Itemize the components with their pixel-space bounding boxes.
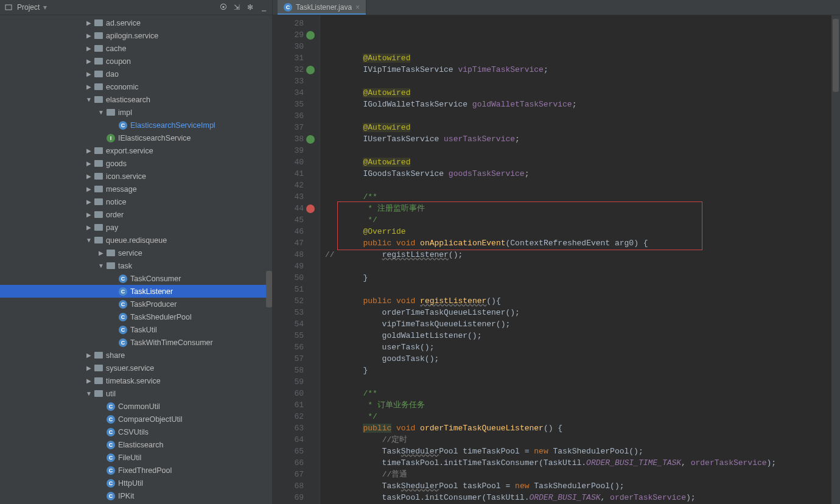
project-tree[interactable]: ▶ad.service▶apilogin.service▶cache▶coupo… (0, 15, 273, 504)
code-line[interactable]: TaskShedulerPool taskPool = new TaskShed… (325, 480, 831, 492)
tree-item-service[interactable]: ▶service (0, 247, 272, 259)
code-editor[interactable]: 2829303132333435363738394041424344454647… (273, 15, 840, 504)
code-line[interactable]: } (325, 365, 831, 376)
code-line[interactable] (325, 75, 831, 87)
code-line[interactable]: @Override (325, 226, 831, 237)
tree-item-fileutil[interactable]: CFileUtil (0, 451, 272, 464)
chevron-right-icon[interactable]: ▶ (85, 186, 93, 193)
view-mode-dropdown[interactable]: ▾ (43, 3, 51, 12)
chevron-right-icon[interactable]: ▶ (85, 224, 93, 231)
locate-icon[interactable]: ⦿ (219, 2, 228, 12)
tree-item-share[interactable]: ▶share (0, 349, 272, 362)
tree-item-util[interactable]: ▼util (0, 387, 272, 400)
chevron-right-icon[interactable]: ▶ (85, 32, 93, 40)
tree-item-sysuer-service[interactable]: ▶sysuer.service (0, 362, 272, 374)
code-line[interactable]: * 订单业务任务 (325, 399, 831, 411)
implements-icon[interactable] (306, 66, 315, 74)
code-line[interactable]: IGoldWalletTaskService goldWalletTaskSer… (325, 99, 831, 110)
tree-item-ipkit[interactable]: CIPKit (0, 489, 272, 502)
tree-item-commonutil[interactable]: CCommonUtil (0, 400, 272, 413)
chevron-right-icon[interactable]: ▶ (85, 45, 93, 52)
code-line[interactable] (325, 180, 831, 191)
tree-item-timetask-service[interactable]: ▶timetask.service (0, 374, 272, 387)
tree-item-httputil[interactable]: CHttpUtil (0, 477, 272, 489)
code-area[interactable]: @Autowired IVipTimeTaskService vipTimeTa… (320, 15, 831, 504)
code-line[interactable]: public void registListener(){ (325, 295, 831, 307)
chevron-right-icon[interactable]: ▶ (85, 377, 93, 385)
chevron-right-icon[interactable]: ▶ (85, 147, 93, 155)
close-icon[interactable]: × (355, 3, 360, 12)
chevron-right-icon[interactable]: ▶ (85, 198, 93, 206)
tree-item-queue-redisqueue[interactable]: ▼queue.redisqueue (0, 234, 272, 247)
tree-item-taskwithtimeconsumer[interactable]: CTaskWithTimeConsumer (0, 336, 272, 349)
code-line[interactable]: */ (325, 411, 831, 422)
tab-tasklistener[interactable]: C TaskListener.java × (278, 0, 366, 15)
tree-item-taskutil[interactable]: CTaskUtil (0, 323, 272, 336)
code-line[interactable]: @Autowired (325, 52, 831, 64)
tree-item-elasticsearch[interactable]: ▼elasticsearch (0, 93, 272, 106)
code-line[interactable]: goldWalletListener(); (325, 330, 831, 341)
collapse-all-icon[interactable]: ⇲ (232, 2, 242, 12)
tree-item-icon-service[interactable]: ▶icon.service (0, 170, 272, 183)
code-line[interactable]: vipTimeTaskQueueListener(); (325, 318, 831, 330)
code-line[interactable]: } (325, 272, 831, 284)
settings-icon[interactable]: ✻ (245, 2, 255, 12)
tree-item-dao[interactable]: ▶dao (0, 68, 272, 80)
code-line[interactable]: // registListener(); (325, 249, 831, 261)
chevron-right-icon[interactable]: ▶ (85, 19, 93, 27)
code-line[interactable]: /** (325, 388, 831, 399)
tree-item-message[interactable]: ▶message (0, 183, 272, 195)
tree-item-cache[interactable]: ▶cache (0, 42, 272, 55)
code-line[interactable] (325, 261, 831, 272)
chevron-down-icon[interactable]: ▼ (85, 237, 93, 244)
code-line[interactable] (325, 145, 831, 156)
chevron-down-icon[interactable]: ▼ (97, 109, 105, 116)
tree-item-taskconsumer[interactable]: CTaskConsumer (0, 272, 272, 285)
implements-icon[interactable] (306, 31, 315, 40)
code-line[interactable]: TaskShedulerPool timeTaskPool = new Task… (325, 446, 831, 457)
tree-item-pay[interactable]: ▶pay (0, 221, 272, 234)
code-line[interactable] (325, 110, 831, 122)
tree-item-impl[interactable]: ▼impl (0, 106, 272, 119)
tree-item-goods[interactable]: ▶goods (0, 157, 272, 170)
code-line[interactable]: public void onApplicationEvent(ContextRe… (325, 237, 831, 249)
tree-item-task[interactable]: ▼task (0, 259, 272, 272)
tree-item-ielasticsearchservice[interactable]: IIElasticsearchService (0, 131, 272, 144)
code-line[interactable]: taskPool.initConsumer(TaskUtil.ORDER_BUS… (325, 492, 831, 503)
tree-item-csvutils[interactable]: CCSVUtils (0, 425, 272, 438)
code-line[interactable]: * 注册监听事件 (325, 203, 831, 214)
code-line[interactable]: //定时 (325, 434, 831, 446)
tree-item-economic[interactable]: ▶economic (0, 80, 272, 93)
editor-scrollbar[interactable] (831, 15, 840, 504)
code-line[interactable]: timeTaskPool.initTimeTaskConsumer(TaskUt… (325, 457, 831, 469)
code-line[interactable]: */ (325, 214, 831, 226)
tree-item-tasklistener[interactable]: CTaskListener (0, 285, 272, 298)
code-line[interactable]: IUserTaskService userTaskService; (325, 133, 831, 145)
code-line[interactable]: userTask(); (325, 341, 831, 353)
code-line[interactable]: //普通 (325, 469, 831, 480)
code-line[interactable]: IGoodsTaskService goodsTaskService; (325, 168, 831, 180)
chevron-right-icon[interactable]: ▶ (85, 211, 93, 219)
tree-item-notice[interactable]: ▶notice (0, 195, 272, 208)
tree-item-coupon[interactable]: ▶coupon (0, 55, 272, 68)
chevron-right-icon[interactable]: ▶ (85, 173, 93, 180)
code-line[interactable] (325, 284, 831, 295)
implements-icon[interactable] (306, 135, 315, 144)
chevron-right-icon[interactable]: ▶ (85, 71, 93, 78)
tree-item-taskshedulerpool[interactable]: CTaskShedulerPool (0, 310, 272, 323)
chevron-down-icon[interactable]: ▼ (85, 96, 93, 103)
code-line[interactable]: IVipTimeTaskService vipTimeTaskService; (325, 64, 831, 75)
tree-item-ad-service[interactable]: ▶ad.service (0, 16, 272, 29)
tree-item-elasticsearchserviceimpl[interactable]: CElasticsearchServiceImpl (0, 119, 272, 131)
code-line[interactable]: @Autowired (325, 156, 831, 168)
code-line[interactable]: @Autowired (325, 122, 831, 133)
chevron-right-icon[interactable]: ▶ (85, 58, 93, 65)
code-line[interactable] (325, 376, 831, 388)
editor-scrollbar-thumb[interactable] (833, 19, 839, 92)
code-line[interactable]: /** (325, 191, 831, 203)
code-line[interactable]: orderTimeTaskQueueListener(); (325, 307, 831, 318)
tree-item-taskproducer[interactable]: CTaskProducer (0, 298, 272, 310)
tree-item-fixedthredpool[interactable]: CFixedThredPool (0, 464, 272, 477)
tree-item-export-service[interactable]: ▶export.service (0, 144, 272, 157)
chevron-right-icon[interactable]: ▶ (85, 160, 93, 167)
